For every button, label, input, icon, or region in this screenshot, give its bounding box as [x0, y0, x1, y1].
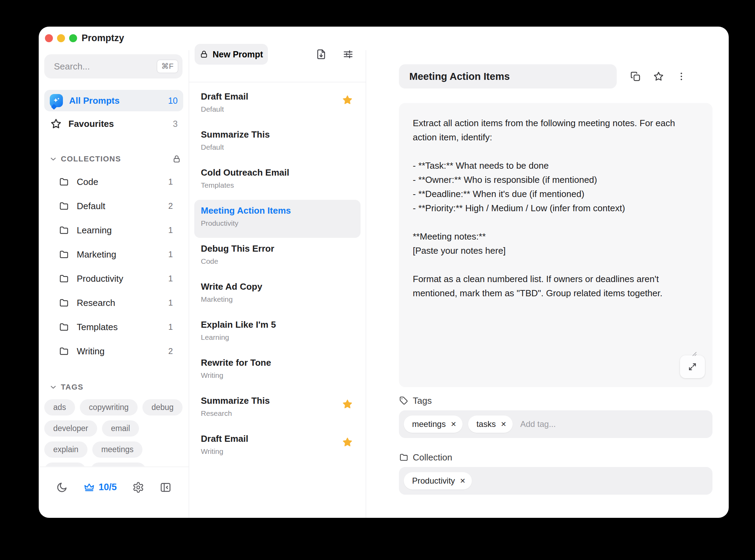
prompt-item-collection: Default [201, 105, 345, 113]
sidebar-collection-item[interactable]: Marketing 1 [44, 242, 183, 267]
favourite-star-icon[interactable] [342, 398, 353, 410]
favourite-star-icon[interactable] [342, 94, 353, 106]
prompt-list-item[interactable]: Draft Email Writing [189, 428, 366, 466]
sidebar-item-label: All Prompts [69, 95, 162, 106]
prompt-list-item[interactable]: Meeting Action Items Productivity [194, 200, 361, 238]
prompt-content-text: Extract all action items from the follow… [413, 118, 678, 298]
tag-filter-pill[interactable] [44, 463, 86, 466]
collections-section-header[interactable]: COLLECTIONS [49, 154, 181, 164]
sidebar-item-favourites[interactable]: Favourites 3 [44, 113, 183, 134]
folder-icon [59, 346, 69, 356]
sidebar-item-count: 10 [168, 96, 178, 106]
folder-icon [399, 452, 409, 462]
prompt-title: Meeting Action Items [409, 71, 510, 82]
filter-sliders-icon[interactable] [342, 48, 354, 60]
tag-filter-pill[interactable]: ads [44, 399, 75, 416]
remove-tag-icon[interactable]: ✕ [501, 421, 506, 428]
copy-icon[interactable] [630, 71, 641, 82]
tag-pill[interactable]: tasks ✕ [468, 416, 513, 433]
tag-filter-pill[interactable]: meetings [92, 441, 142, 458]
folder-icon [59, 249, 69, 260]
prompt-list: Draft Email Default Summarize This Defau… [189, 82, 366, 518]
sidebar-collection-item[interactable]: Templates 1 [44, 315, 183, 339]
add-tag-input[interactable]: Add tag... [520, 419, 556, 429]
tags-header-label: TAGS [61, 383, 83, 392]
prompt-item-title: Draft Email [201, 91, 345, 102]
collection-item-count: 1 [168, 177, 173, 187]
folder-icon [59, 225, 69, 235]
sidebar-collection-item[interactable]: Writing 2 [44, 339, 183, 363]
import-file-icon[interactable] [315, 48, 327, 60]
prompt-list-item[interactable]: Draft Email Default [189, 86, 366, 124]
tag-filter-pill[interactable] [91, 463, 146, 466]
prompt-content-textarea[interactable]: Extract all action items from the follow… [399, 103, 712, 387]
moon-icon[interactable] [56, 482, 68, 493]
more-icon[interactable] [676, 71, 687, 82]
collection-pill[interactable]: Productivity ✕ [404, 472, 472, 489]
plan-usage[interactable]: 10/5 [83, 482, 117, 493]
prompt-item-title: Summarize This [201, 129, 345, 140]
search-input[interactable]: Search... ⌘F [44, 54, 183, 78]
prompt-item-collection: Templates [201, 181, 345, 189]
tag-pill-label: tasks [476, 419, 496, 429]
tag-filter-pill[interactable]: copywriting [80, 399, 138, 416]
sidebar-collection-item[interactable]: Productivity 1 [44, 267, 183, 291]
new-prompt-button[interactable]: New Prompt [195, 44, 268, 65]
gear-icon[interactable] [132, 482, 144, 493]
prompt-title-input[interactable]: Meeting Action Items [399, 64, 617, 88]
collection-item-label: Research [77, 298, 161, 308]
sidebar-collection-item[interactable]: Code 1 [44, 170, 183, 194]
prompt-list-item[interactable]: Rewrite for Tone Writing [189, 352, 366, 390]
tag-pill[interactable]: meetings ✕ [404, 416, 463, 433]
collection-item-count: 1 [168, 322, 173, 332]
collection-field-label: Collection [399, 452, 537, 463]
prompt-item-collection: Code [201, 257, 345, 265]
search-placeholder: Search... [54, 61, 157, 72]
collection-editor[interactable]: Productivity ✕ [399, 467, 712, 495]
tag-filter-pill[interactable]: explain [44, 441, 87, 458]
prompt-list-item[interactable]: Summarize This Research [189, 390, 366, 428]
collection-item-count: 2 [168, 346, 173, 356]
collapse-sidebar-icon[interactable] [160, 482, 171, 493]
remove-collection-icon[interactable]: ✕ [460, 477, 466, 484]
tag-pill-label: meetings [412, 419, 446, 429]
sidebar-item-count: 3 [173, 119, 178, 129]
crown-icon [83, 482, 95, 493]
collection-item-count: 1 [168, 274, 173, 283]
prompt-item-title: Draft Email [201, 433, 345, 444]
tag-filter-list: adscopywritingdebugdeveloperemailexplain… [44, 399, 183, 466]
collection-item-label: Productivity [77, 273, 161, 284]
sidebar-collection-item[interactable]: Default 2 [44, 194, 183, 218]
prompt-list-item[interactable]: Explain Like I'm 5 Learning [189, 314, 366, 352]
prompt-item-collection: Default [201, 143, 345, 151]
folder-icon [59, 177, 69, 187]
sidebar-collection-item[interactable]: Learning 1 [44, 218, 183, 242]
favourite-star-icon[interactable] [342, 436, 353, 448]
collections-list: Code 1 Default 2 Learning 1 Marketing 1 … [44, 170, 183, 363]
prompt-item-collection: Learning [201, 333, 345, 342]
sidebar: Search... ⌘F All Prompts 10 Favourites 3 [39, 27, 189, 518]
lock-icon [199, 50, 208, 59]
prompts-bubble-icon [50, 94, 63, 107]
prompt-item-title: Meeting Action Items [201, 205, 345, 216]
tag-filter-pill[interactable]: developer [44, 420, 97, 437]
remove-tag-icon[interactable]: ✕ [450, 421, 456, 428]
sidebar-collection-item[interactable]: Research 1 [44, 291, 183, 315]
prompt-list-item[interactable]: Cold Outreach Email Templates [189, 162, 366, 200]
tag-filter-pill[interactable]: email [102, 420, 139, 437]
tags-section-header[interactable]: TAGS [49, 382, 181, 392]
tag-filter-pill[interactable]: debug [142, 399, 183, 416]
folder-icon [59, 322, 69, 332]
tags-editor[interactable]: meetings ✕ tasks ✕ Add tag... [399, 410, 712, 438]
search-shortcut-badge: ⌘F [157, 59, 178, 73]
prompt-list-item[interactable]: Write Ad Copy Marketing [189, 276, 366, 314]
sidebar-item-all-prompts[interactable]: All Prompts 10 [44, 90, 183, 111]
collection-item-label: Learning [77, 225, 161, 236]
collection-field-label-text: Collection [413, 452, 452, 463]
chevron-down-icon [49, 155, 57, 163]
prompt-list-item[interactable]: Debug This Error Code [189, 238, 366, 276]
resize-handle[interactable] [691, 322, 711, 385]
star-icon[interactable] [653, 71, 664, 82]
prompt-list-item[interactable]: Summarize This Default [189, 124, 366, 162]
prompt-item-collection: Research [201, 409, 345, 418]
